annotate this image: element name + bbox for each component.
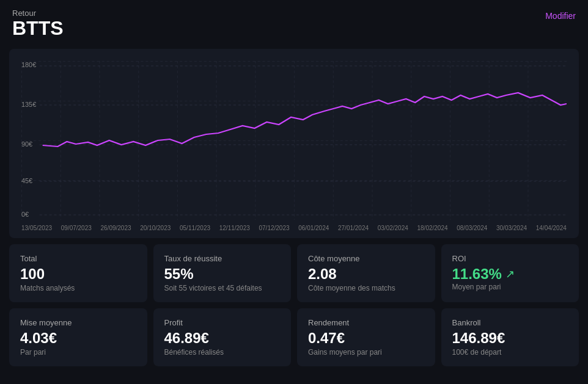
x-label-11: 18/02/2024	[417, 225, 448, 231]
stat-taux-label: Taux de réussite	[164, 254, 281, 263]
back-link[interactable]: Retour	[12, 9, 576, 18]
stat-mise-value: 4.03€	[20, 330, 136, 347]
stat-rendement-value: 0.47€	[308, 330, 424, 347]
stat-cote-label: Côte moyenne	[308, 254, 424, 263]
svg-text:0€: 0€	[21, 211, 29, 218]
x-label-3: 26/09/2023	[101, 225, 131, 231]
stat-roi-label: ROI	[452, 254, 568, 263]
page-title: BTTS	[12, 18, 576, 39]
stat-total-label: Total	[20, 254, 136, 263]
x-label-8: 06/01/2024	[298, 225, 329, 231]
svg-rect-0	[21, 61, 567, 220]
svg-text:90€: 90€	[21, 140, 32, 148]
x-label-6: 12/11/2023	[219, 225, 250, 231]
trend-up-icon: ↗	[505, 267, 515, 281]
x-label-10: 03/02/2024	[378, 225, 408, 231]
modify-button[interactable]: Modifier	[545, 11, 576, 21]
stat-bankroll-label: Bankroll	[452, 318, 568, 327]
stat-cote-sub: Côte moyenne des matchs	[308, 284, 424, 292]
x-label-4: 20/10/2023	[140, 225, 171, 231]
stat-profit: Profit 46.89€ Bénéfices réalisés	[153, 308, 292, 366]
x-label-2: 09/07/2023	[61, 225, 92, 231]
chart-area: 180€ 135€ 90€ 45€ 0€ 13/05/2023 09/07/20…	[9, 49, 579, 238]
x-label-14: 14/04/2024	[536, 225, 567, 231]
stat-cote-value: 2.08	[308, 266, 424, 283]
stat-mise: Mise moyenne 4.03€ Par pari	[9, 308, 147, 366]
stat-profit-label: Profit	[164, 318, 281, 327]
stat-taux: Taux de réussite 55% Soit 55 victoires e…	[153, 244, 292, 302]
stats-row-1: Total 100 Matchs analysés Taux de réussi…	[9, 244, 579, 302]
stat-rendement-sub: Gains moyens par pari	[308, 348, 424, 357]
stat-bankroll: Bankroll 146.89€ 100€ de départ	[441, 308, 579, 366]
x-label-1: 13/05/2023	[21, 225, 52, 231]
stat-roi-value: 11.63%	[452, 266, 502, 283]
stat-roi: ROI 11.63% ↗ Moyen par pari	[441, 244, 579, 302]
stat-total-value: 100	[20, 266, 136, 283]
line-chart: 180€ 135€ 90€ 45€ 0€	[21, 61, 567, 220]
x-label-7: 07/12/2023	[259, 225, 290, 231]
stat-bankroll-value: 146.89€	[452, 330, 568, 347]
x-label-9: 27/01/2024	[338, 225, 369, 231]
svg-text:45€: 45€	[21, 177, 32, 184]
stat-mise-sub: Par pari	[20, 348, 136, 357]
x-label-13: 30/03/2024	[496, 225, 527, 231]
stat-cote: Côte moyenne 2.08 Côte moyenne des match…	[297, 244, 435, 302]
stat-rendement: Rendement 0.47€ Gains moyens par pari	[297, 308, 435, 366]
stat-bankroll-sub: 100€ de départ	[452, 348, 568, 357]
svg-text:180€: 180€	[21, 61, 36, 68]
x-label-12: 08/03/2024	[457, 225, 487, 231]
svg-text:135€: 135€	[21, 101, 36, 108]
stat-mise-label: Mise moyenne	[20, 318, 136, 327]
stat-total-sub: Matchs analysés	[20, 284, 136, 292]
stat-taux-sub: Soit 55 victoires et 45 défaites	[164, 284, 281, 292]
stat-total: Total 100 Matchs analysés	[9, 244, 147, 302]
stat-taux-value: 55%	[164, 266, 281, 283]
x-label-5: 05/11/2023	[180, 225, 210, 231]
stats-row-2: Mise moyenne 4.03€ Par pari Profit 46.89…	[9, 308, 579, 366]
stat-profit-value: 46.89€	[164, 330, 281, 347]
stat-rendement-label: Rendement	[308, 318, 424, 327]
stat-roi-sub: Moyen par pari	[452, 283, 568, 291]
stat-profit-sub: Bénéfices réalisés	[164, 348, 281, 357]
